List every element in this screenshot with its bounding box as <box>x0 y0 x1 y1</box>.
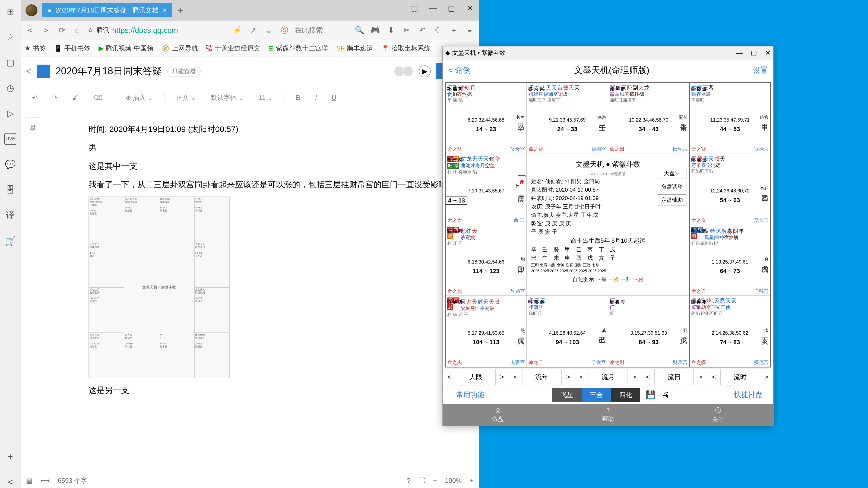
tab-about[interactable]: ⓘ关于 <box>663 404 773 426</box>
darkmode-icon[interactable]: ☾ <box>433 26 443 35</box>
sidebar-book-icon[interactable]: ▢ <box>4 57 16 68</box>
palace-wei[interactable]: 紫破天陀副大龙 微军钺罗截耗德 庙旺旺庙庙平 官府天煞龙德 10,22,34,4… <box>608 83 689 154</box>
bookmark-item[interactable]: 🧭 上网导航 <box>161 44 198 53</box>
fullscreen-icon[interactable]: ⛶ <box>418 477 425 485</box>
sidebar-cart-icon[interactable]: 🛒 <box>4 235 16 247</box>
font-select[interactable]: 默认字体 ⌄ <box>207 92 247 104</box>
sogou-icon[interactable]: Ⓢ <box>279 25 290 35</box>
nav-prev[interactable]: < <box>707 369 721 385</box>
sidebar-add-icon[interactable]: + <box>4 451 16 462</box>
nav-prev[interactable]: < <box>443 369 456 385</box>
extension-icon[interactable]: ⬚ <box>405 0 424 16</box>
palace-you[interactable]: 天擎天天咸天 府羊喜伤池德 旺陷旺庙陷 力士成池天德 12,24,36,48,6… <box>689 154 771 225</box>
nav-next[interactable]: > <box>693 369 707 385</box>
feixing-button[interactable]: 飞星 <box>552 388 582 402</box>
clear-format-icon[interactable]: ⌫ <box>90 92 106 103</box>
view-mode-icon[interactable]: ▤ <box>26 477 32 485</box>
sidebar-translate-icon[interactable]: 译 <box>4 210 16 221</box>
doc-back-icon[interactable]: < <box>26 66 31 76</box>
zoom-in-button[interactable]: + <box>470 477 474 485</box>
flash-icon[interactable]: ⚡ <box>232 26 243 35</box>
palace-chou[interactable]: 天天天 相魁空 庙旺旺 奏书攀鞍晦气 4,16,28,40,52,64 94 ~… <box>527 296 608 367</box>
bookmark-item[interactable]: 📱 手机书签 <box>54 44 90 53</box>
fontsize-select[interactable]: 11 ⌄ <box>255 92 276 103</box>
close-button[interactable]: ✕ <box>765 49 771 57</box>
scissors-icon[interactable]: ✂ <box>401 26 412 35</box>
nav-liushi[interactable]: 流时 <box>721 373 760 382</box>
sidebar-clock-icon[interactable]: ◷ <box>4 82 16 94</box>
bookmark-bar-icon[interactable]: ★ 书签 <box>25 44 46 53</box>
bookmark-item[interactable]: SF 顺丰速运 <box>336 44 373 53</box>
bookmark-item[interactable]: 📍 拾取坐标系统 <box>381 44 431 53</box>
maximize-button[interactable]: ▢ <box>751 49 757 57</box>
search-icon[interactable]: 🔍 <box>354 26 365 35</box>
tianpan-button[interactable]: 天盘▽ <box>658 168 686 179</box>
assist-button[interactable]: 定盘辅助 <box>658 194 686 206</box>
minimize-button[interactable]: — <box>424 0 442 16</box>
close-button[interactable]: ✕ <box>461 0 479 16</box>
star-icon[interactable]: ☆ <box>88 27 94 34</box>
nav-forward-icon[interactable]: > <box>40 26 51 35</box>
quick-chart-button[interactable]: 快捷排盘 <box>726 390 771 399</box>
sidebar-video-icon[interactable]: ▷ <box>4 108 16 119</box>
tab-mingpan[interactable]: ◎命盘 <box>443 404 553 426</box>
nav-prev[interactable]: < <box>575 369 588 385</box>
nav-daxian[interactable]: 大限 <box>456 373 495 382</box>
undo-button[interactable]: ↶ <box>29 92 41 103</box>
help-icon[interactable]: ? <box>407 477 410 485</box>
collaborator-avatars[interactable] <box>396 66 413 77</box>
plus-icon[interactable]: + <box>448 26 459 35</box>
address-bar[interactable]: ☆ 腾讯 https://docs.qq.com <box>88 26 227 35</box>
sidebar-collapse-icon[interactable]: < <box>4 476 16 488</box>
sidebar-bag-icon[interactable]: 🗄 <box>4 184 16 196</box>
redo-button[interactable]: ↷ <box>49 92 61 103</box>
outline-label[interactable]: 目录 <box>26 117 40 123</box>
bookmark-item[interactable]: 弘 十善业道经原文 <box>206 44 260 53</box>
nav-next[interactable]: > <box>627 369 641 385</box>
palace-si[interactable]: 天副破劫月 贵旬碎煞德 平 庙 陷 大耗劫煞小耗 8,20,32,44,56,6… <box>445 83 527 154</box>
zoom-out-button[interactable]: − <box>433 477 437 485</box>
palace-chen[interactable]: 太阳 文龙天天天旬华 旺禄 曲池才寿月空盖 利 旺 得庙庙 陷 病符华盖官符 7… <box>445 154 527 225</box>
palace-xu[interactable]: 太阴 科 文铃风解寡阴年 昌星阁神宿煞解 旺庙庙陷陷 陷 青龙月煞吊客 1,13… <box>689 225 771 296</box>
document-content[interactable]: 时间: 2020年4月19日01:09 (太阳时00:57) 男 这是其中一支 … <box>89 123 463 397</box>
adjust-button[interactable]: 命盘调整 <box>658 181 686 192</box>
tab-help[interactable]: ?帮助 <box>553 404 663 426</box>
common-functions-button[interactable]: 常用功能 <box>445 390 495 399</box>
nav-home-icon[interactable]: ⌂ <box>72 26 83 35</box>
popup-icon[interactable]: ↗ <box>248 26 258 35</box>
sidebar-star-icon[interactable]: ☆ <box>4 31 16 43</box>
sihua-button[interactable]: 四化 <box>611 388 640 402</box>
bookmark-item[interactable]: ⊞ 紫微斗数十二宫详 <box>269 44 328 53</box>
download-icon[interactable]: ⬇ <box>385 26 396 35</box>
undo-icon[interactable]: ↶ <box>417 26 428 35</box>
nav-reload-icon[interactable]: ⟳ <box>56 26 67 35</box>
back-button[interactable]: < 命例 <box>448 65 471 76</box>
bookmark-item[interactable]: ▶ 腾讯视频-中国领 <box>98 44 153 53</box>
format-paint-icon[interactable]: 🖌 <box>69 92 82 103</box>
nav-next[interactable]: > <box>561 369 575 385</box>
minimize-button[interactable]: — <box>736 49 743 57</box>
sidebar-home-icon[interactable]: ⊞ <box>4 5 16 18</box>
palace-zi[interactable]: 巨 门 旺 将军将星岁建 3,15,27,39,51,63 84 ~ 93 戌子… <box>608 296 689 367</box>
search-input[interactable] <box>295 26 349 34</box>
save-icon[interactable]: 💾 <box>646 390 656 399</box>
tab-close-icon[interactable]: × <box>162 6 167 14</box>
sanhe-button[interactable]: 三合 <box>582 388 611 402</box>
nav-liuri[interactable]: 流日 <box>655 373 694 382</box>
nav-liunian[interactable]: 流年 <box>523 373 562 382</box>
nav-prev[interactable]: < <box>509 369 523 385</box>
nav-next[interactable]: > <box>760 369 773 385</box>
italic-button[interactable]: I <box>312 92 320 103</box>
maximize-button[interactable]: ▢ <box>442 0 461 16</box>
sidebar-live-icon[interactable]: LIVE <box>4 133 16 145</box>
nav-back-icon[interactable]: < <box>25 26 36 35</box>
game-icon[interactable]: 🎮 <box>370 26 380 35</box>
browser-tab[interactable]: ≡ 2020年7月18日周末答疑 - 腾讯文档 × <box>42 3 172 18</box>
underline-button[interactable]: U <box>329 92 340 103</box>
play-button[interactable]: ▶ <box>419 65 431 78</box>
nav-prev[interactable]: < <box>641 369 655 385</box>
palace-shen[interactable]: 右禄三蜚 弼存台廉 不庙旺 博士指杯白虎 11,23,35,47,59,71 4… <box>689 83 771 154</box>
settings-button[interactable]: 设置 <box>753 65 768 75</box>
print-icon[interactable]: 🖨 <box>661 390 669 399</box>
palace-yin[interactable]: 天同 忌 天火天封天天孤 梁星马浩巫厨辰 利 庙 旺 平 飞廉岁驿丧门 5,17… <box>445 296 527 367</box>
